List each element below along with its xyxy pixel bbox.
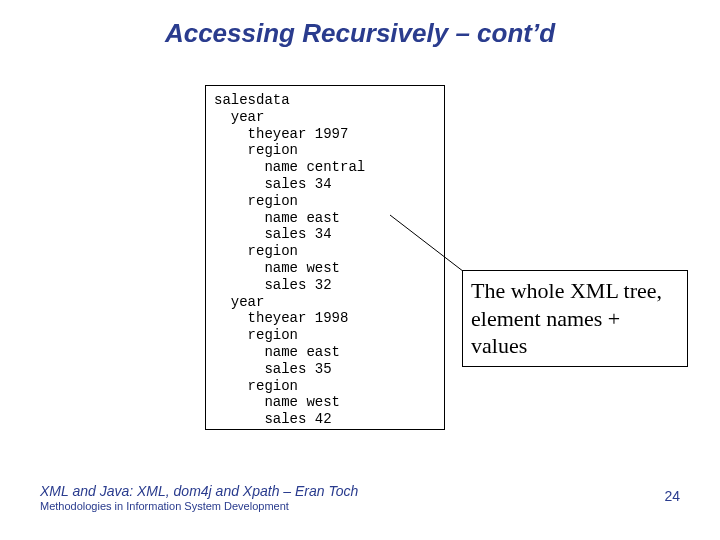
callout-text: The whole XML tree, element names + valu… <box>471 278 662 358</box>
code-output-box: salesdata year theyear 1997 region name … <box>205 85 445 430</box>
footer-left: XML and Java: XML, dom4j and Xpath – Era… <box>40 483 358 514</box>
page-number: 24 <box>664 488 680 504</box>
footer-line2: Methodologies in Information System Deve… <box>40 500 358 514</box>
slide-title: Accessing Recursively – cont’d <box>0 18 720 49</box>
callout-box: The whole XML tree, element names + valu… <box>462 270 688 367</box>
footer-line1: XML and Java: XML, dom4j and Xpath – Era… <box>40 483 358 501</box>
code-output-text: salesdata year theyear 1997 region name … <box>214 92 436 428</box>
